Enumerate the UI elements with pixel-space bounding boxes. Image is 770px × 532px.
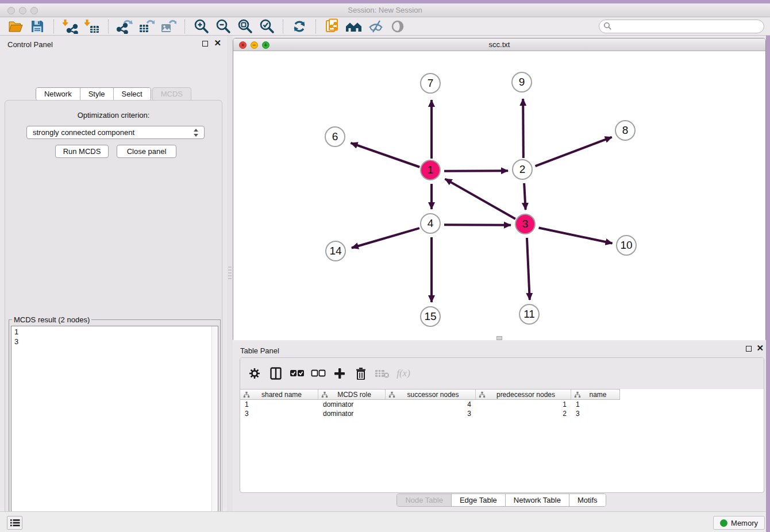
table-row[interactable]: 1dominator411 — [240, 400, 764, 409]
graph-node-1[interactable]: 1 — [420, 160, 441, 180]
result-scrollbar[interactable] — [211, 326, 218, 530]
column-header-name[interactable]: name — [571, 390, 619, 399]
tab-motifs[interactable]: Motifs — [569, 494, 606, 506]
toolbar-separator — [283, 20, 283, 33]
network-window-titlebar: × − + scc.txt — [233, 38, 765, 51]
close-panel-button[interactable]: Close panel — [117, 145, 176, 158]
memory-button[interactable]: Memory — [713, 516, 765, 530]
select-all-icon[interactable] — [290, 366, 305, 381]
graph-edge-4-14 — [352, 228, 419, 248]
node-table-box: f(x) shared nameMCDS rolesuccessor nodes… — [240, 357, 764, 493]
tree-icon — [388, 391, 395, 398]
graph-canvas[interactable]: 1234678910111415 — [233, 51, 765, 340]
column-header-MCDS-role[interactable]: MCDS role — [318, 390, 386, 399]
app-window: Session: New Session — [0, 3, 770, 532]
toolbar-separator — [108, 20, 109, 33]
status-bar: Memory — [0, 511, 770, 532]
tab-network[interactable]: Network — [36, 88, 80, 100]
graph-node-4[interactable]: 4 — [420, 213, 441, 234]
tab-network-table[interactable]: Network Table — [505, 494, 569, 506]
graph-node-10[interactable]: 10 — [616, 235, 637, 256]
select-stepper-icon — [194, 128, 199, 137]
tab-mcds[interactable]: MCDS — [152, 87, 191, 101]
close-table-panel-icon[interactable]: ✕ — [756, 342, 764, 354]
graph-node-9[interactable]: 9 — [511, 72, 532, 92]
mcds-result-area[interactable]: 1 3 — [11, 326, 218, 531]
deselect-all-icon[interactable] — [311, 366, 326, 381]
tab-node-table[interactable]: Node Table — [397, 494, 451, 506]
float-table-panel-icon[interactable] — [746, 346, 752, 352]
graph-node-3[interactable]: 3 — [515, 214, 536, 234]
tree-icon — [243, 391, 250, 398]
export-image-icon[interactable] — [160, 18, 177, 34]
control-panel-tabs: NetworkStyleSelectMCDS — [0, 87, 227, 101]
criterion-select[interactable]: strongly connected component — [26, 126, 205, 139]
refresh-icon[interactable] — [291, 18, 308, 34]
main-toolbar — [0, 17, 770, 36]
import-table-icon[interactable] — [83, 18, 101, 34]
memory-label: Memory — [731, 519, 758, 527]
graph-edges — [233, 51, 765, 340]
close-panel-icon[interactable]: ✕ — [214, 37, 221, 49]
toolbar-separator — [53, 20, 54, 33]
function-builder-icon: f(x) — [396, 366, 411, 381]
houses-icon[interactable] — [345, 18, 363, 34]
column-header-shared-name[interactable]: shared name — [240, 390, 318, 399]
task-history-button[interactable] — [7, 516, 22, 530]
graph-node-15[interactable]: 15 — [420, 306, 441, 327]
tab-edge-table[interactable]: Edge Table — [451, 494, 505, 506]
tab-style[interactable]: Style — [80, 88, 113, 100]
table-row[interactable]: 3dominator323 — [240, 409, 764, 418]
control-panel: Control Panel ✕ NetworkStyleSelectMCDS O… — [0, 36, 227, 508]
trash-icon[interactable] — [353, 366, 368, 381]
show-columns-icon[interactable] — [268, 366, 283, 381]
desktop-edge — [766, 36, 770, 532]
graph-node-14[interactable]: 14 — [325, 241, 346, 261]
graph-edge-4-3 — [444, 225, 511, 225]
graph-edge-2-8 — [536, 137, 612, 167]
zoom-in-icon[interactable] — [192, 18, 210, 34]
table-toolbar: f(x) — [240, 358, 764, 389]
export-network-icon[interactable] — [116, 18, 133, 34]
graph-node-2[interactable]: 2 — [512, 159, 533, 180]
search-box[interactable] — [599, 20, 764, 33]
zoom-out-icon[interactable] — [214, 18, 232, 34]
cell: 1 — [476, 400, 571, 408]
cell: dominator — [318, 410, 386, 418]
cell: dominator — [318, 400, 386, 408]
cell: 1 — [571, 400, 619, 408]
mcds-panel: Optimization criterion: strongly connect… — [5, 100, 222, 532]
add-icon[interactable] — [332, 366, 347, 381]
document-network-icon[interactable] — [324, 18, 341, 34]
cell: 3 — [240, 410, 318, 418]
delete-table-icon — [375, 366, 390, 381]
zoom-check-icon[interactable] — [258, 18, 275, 34]
table-tabs: Node TableEdge TableNetwork TableMotifs — [233, 494, 770, 507]
panel-splitter[interactable] — [227, 36, 233, 511]
graph-edge-3-1 — [445, 179, 515, 219]
run-mcds-button[interactable]: Run MCDS — [55, 145, 109, 158]
graph-edge-2-3 — [524, 183, 525, 210]
network-resize-handle[interactable] — [496, 336, 502, 340]
cell: 3 — [386, 410, 476, 418]
save-floppy-icon[interactable] — [29, 18, 46, 34]
column-header-predecessor-nodes[interactable]: predecessor nodes — [476, 390, 571, 399]
import-network-icon[interactable] — [61, 18, 79, 34]
export-table-icon[interactable] — [138, 18, 155, 34]
graph-node-8[interactable]: 8 — [615, 120, 636, 141]
criterion-value: strongly connected component — [33, 128, 134, 137]
tree-icon — [574, 391, 581, 398]
zoom-fit-icon[interactable] — [236, 18, 253, 34]
gear-icon[interactable] — [247, 366, 262, 381]
graph-node-7[interactable]: 7 — [420, 73, 441, 94]
column-header-successor-nodes[interactable]: successor nodes — [386, 390, 476, 399]
search-input[interactable] — [612, 21, 764, 32]
open-folder-icon[interactable] — [7, 18, 24, 34]
table-body: 1dominator4113dominator323 — [240, 400, 764, 418]
float-panel-icon[interactable] — [202, 41, 208, 47]
tab-select[interactable]: Select — [113, 88, 151, 100]
eye-icon[interactable] — [389, 18, 406, 34]
graph-node-11[interactable]: 11 — [519, 304, 540, 325]
graph-node-6[interactable]: 6 — [325, 126, 345, 147]
eye-slash-icon[interactable] — [367, 18, 384, 34]
